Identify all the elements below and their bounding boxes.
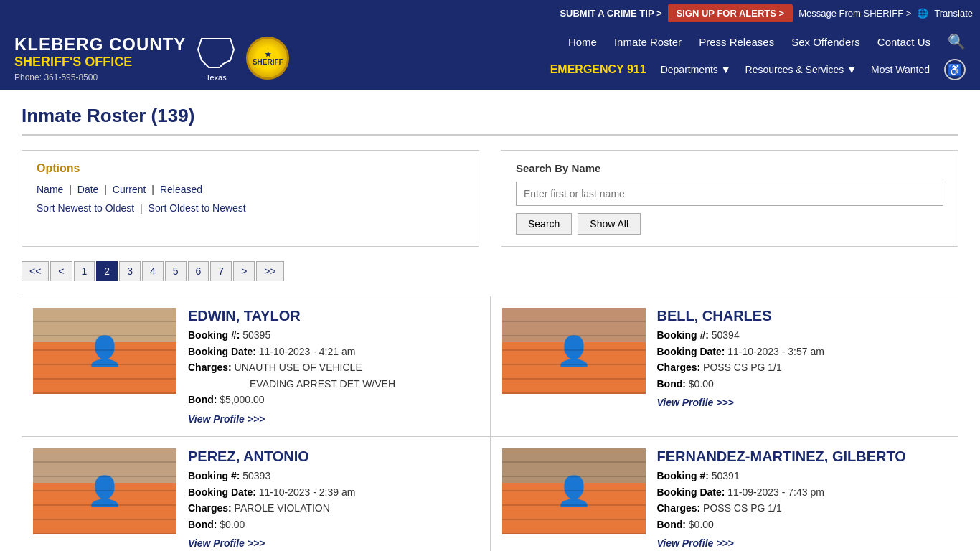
nav-bottom: EMERGENCY 911 Departments ▼ Resources & … <box>550 56 966 83</box>
bond-perez: Bond: $0.00 <box>188 518 479 532</box>
nav-most-wanted[interactable]: Most Wanted <box>871 64 930 75</box>
bond-fernandez: Bond: $0.00 <box>657 518 948 532</box>
phone-number: Phone: 361-595-8500 <box>14 72 186 83</box>
inmate-card-edwin: 👤 EDWIN, TAYLOR Booking #: 50395 Booking… <box>22 296 490 436</box>
options-title: Options <box>37 162 464 175</box>
top-bar: SUBMIT A CRIME TIP > SIGN UP FOR ALERTS … <box>0 0 980 26</box>
search-box: Search By Name Search Show All <box>501 150 958 247</box>
nav-press-releases[interactable]: Press Releases <box>699 36 774 48</box>
office-name: SHERIFF'S OFFICE <box>14 55 186 70</box>
texas-label: Texas <box>194 73 237 82</box>
booking-date-edwin: Booking Date: 11-10-2023 - 4:21 am <box>188 345 479 359</box>
show-all-button[interactable]: Show All <box>578 213 641 235</box>
search-button[interactable]: Search <box>516 213 572 235</box>
options-name-links: Name | Date | Current | Released <box>37 184 464 195</box>
site-header: KLEBERG COUNTY SHERIFF'S OFFICE Phone: 3… <box>0 26 980 90</box>
nav-contact-us[interactable]: Contact Us <box>877 36 930 48</box>
page-6[interactable]: 6 <box>188 261 209 281</box>
inmate-photo-perez: 👤 <box>33 448 176 534</box>
texas-map-container: Texas <box>194 35 237 82</box>
nav-sex-offenders[interactable]: Sex Offenders <box>791 36 860 48</box>
inmate-grid: 👤 EDWIN, TAYLOR Booking #: 50395 Booking… <box>22 296 958 551</box>
booking-num-fernandez: Booking #: 50391 <box>657 469 948 484</box>
page-5[interactable]: 5 <box>165 261 187 281</box>
options-search-row: Options Name | Date | Current | Released… <box>22 150 958 247</box>
bond-bell: Bond: $0.00 <box>657 377 948 392</box>
search-icon-button[interactable]: 🔍 <box>948 33 966 50</box>
inmate-photo-edwin: 👤 <box>33 308 176 394</box>
view-profile-fernandez[interactable]: View Profile >>> <box>657 537 948 549</box>
inmate-card-perez: 👤 PEREZ, ANTONIO Booking #: 50393 Bookin… <box>22 437 490 551</box>
view-profile-bell[interactable]: View Profile >>> <box>657 397 948 408</box>
sep1: | <box>69 184 75 195</box>
page-1[interactable]: 1 <box>74 261 95 281</box>
texas-map-svg <box>194 35 237 71</box>
inmate-row-1: 👤 EDWIN, TAYLOR Booking #: 50395 Booking… <box>22 296 958 436</box>
phone-value: 361-595-8500 <box>44 72 98 83</box>
page-7[interactable]: 7 <box>210 261 232 281</box>
booking-date-perez: Booking Date: 11-10-2023 - 2:39 am <box>188 486 479 500</box>
page-next[interactable]: > <box>233 261 255 281</box>
mugshot-ruler-4 <box>502 448 646 534</box>
charges-fernandez: Charges: POSS CS PG 1/1 <box>657 501 948 516</box>
page-title: Inmate Roster (139) <box>22 105 958 136</box>
booking-num-bell: Booking #: 50394 <box>657 329 948 343</box>
booking-date-fernandez: Booking Date: 11-09-2023 - 7:43 pm <box>657 486 948 500</box>
nav-inmate-roster[interactable]: Inmate Roster <box>614 36 682 48</box>
sep2: | <box>104 184 110 195</box>
booking-num-perez: Booking #: 50393 <box>188 469 479 484</box>
page-3[interactable]: 3 <box>119 261 141 281</box>
charges-bell: Charges: POSS CS PG 1/1 <box>657 361 948 375</box>
chevron-down-icon: ▼ <box>721 64 731 75</box>
logo-area: KLEBERG COUNTY SHERIFF'S OFFICE Phone: 3… <box>14 34 550 83</box>
mugshot-bg-4: 👤 <box>502 448 646 534</box>
sheriff-badge: ★SHERIFF <box>246 37 289 80</box>
booking-num-edwin: Booking #: 50395 <box>188 329 479 343</box>
page-prev[interactable]: < <box>50 261 72 281</box>
search-input[interactable] <box>516 182 943 206</box>
filter-released[interactable]: Released <box>160 184 202 195</box>
sort-oldest[interactable]: Sort Oldest to Newest <box>149 202 246 214</box>
nav-resources[interactable]: Resources & Services ▼ <box>745 64 857 75</box>
emergency-label: EMERGENCY 911 <box>550 63 646 76</box>
nav-departments[interactable]: Departments ▼ <box>661 64 731 75</box>
inmate-info-perez: PEREZ, ANTONIO Booking #: 50393 Booking … <box>188 448 479 549</box>
sort-by-date[interactable]: Date <box>77 184 99 195</box>
sep4: | <box>140 202 146 214</box>
sort-links: Sort Newest to Oldest | Sort Oldest to N… <box>37 202 464 214</box>
inmate-row-2: 👤 PEREZ, ANTONIO Booking #: 50393 Bookin… <box>22 436 958 551</box>
inmate-card-fernandez: 👤 FERNANDEZ-MARTINEZ, GILBERTO Booking #… <box>490 437 959 551</box>
sort-newest[interactable]: Sort Newest to Oldest <box>37 202 134 214</box>
inmate-info-bell: BELL, CHARLES Booking #: 50394 Booking D… <box>657 308 948 425</box>
charges-perez: Charges: PAROLE VIOLATION <box>188 501 479 516</box>
inmate-photo-fernandez: 👤 <box>502 448 646 534</box>
translate-button[interactable]: Translate <box>934 8 973 19</box>
view-profile-edwin[interactable]: View Profile >>> <box>188 413 479 425</box>
nav-top: Home Inmate Roster Press Releases Sex Of… <box>568 33 966 50</box>
view-profile-perez[interactable]: View Profile >>> <box>188 537 479 549</box>
inmate-name-bell: BELL, CHARLES <box>657 308 948 324</box>
globe-icon: 🌐 <box>917 8 928 19</box>
nav-home[interactable]: Home <box>568 36 597 48</box>
mugshot-bg-1: 👤 <box>33 308 176 394</box>
page-first[interactable]: << <box>22 261 49 281</box>
filter-current[interactable]: Current <box>113 184 146 195</box>
bond-edwin: Bond: $5,000.00 <box>188 393 479 408</box>
message-sheriff-button[interactable]: Message From SHERIFF > <box>798 8 911 19</box>
charges-2-edwin: EVADING ARREST DET W/VEH <box>188 377 479 392</box>
page-last[interactable]: >> <box>256 261 283 281</box>
accessibility-button[interactable]: ♿ <box>944 59 966 80</box>
page-4[interactable]: 4 <box>142 261 164 281</box>
inmate-name-perez: PEREZ, ANTONIO <box>188 448 479 465</box>
sort-by-name[interactable]: Name <box>37 184 63 195</box>
chevron-down-icon-2: ▼ <box>847 64 857 75</box>
mugshot-bg-2: 👤 <box>502 308 646 394</box>
alerts-button[interactable]: SIGN UP FOR ALERTS > <box>668 4 793 22</box>
search-buttons: Search Show All <box>516 213 943 235</box>
mugshot-bg-3: 👤 <box>33 448 176 534</box>
crime-tip-button[interactable]: SUBMIT A CRIME TIP > <box>560 8 661 19</box>
main-content: Inmate Roster (139) Options Name | Date … <box>0 90 980 551</box>
search-by-name-label: Search By Name <box>516 162 943 174</box>
navigation-area: Home Inmate Roster Press Releases Sex Of… <box>550 33 966 83</box>
page-2-active[interactable]: 2 <box>96 261 118 281</box>
